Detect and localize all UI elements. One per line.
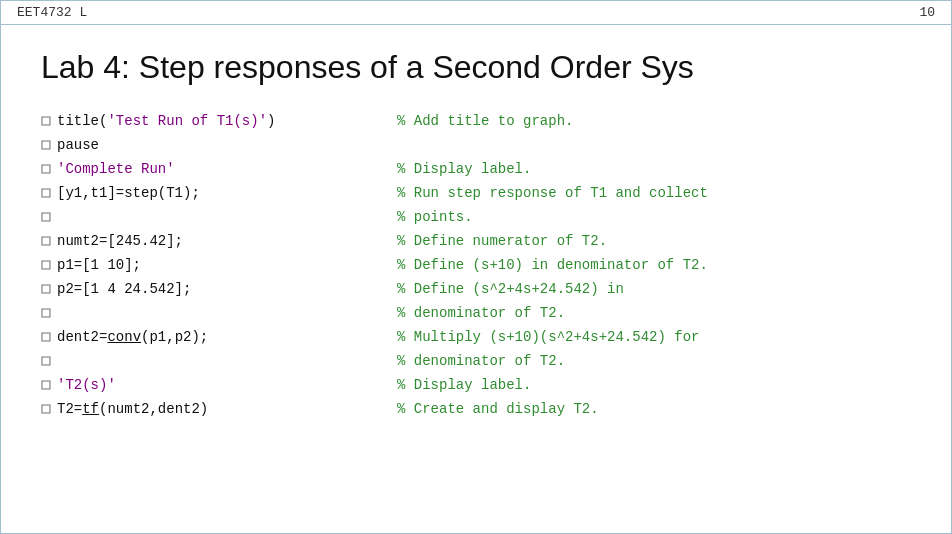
comment: % Display label. [397, 374, 531, 398]
cell-marker [41, 398, 53, 420]
svg-rect-8 [42, 309, 50, 317]
svg-rect-2 [42, 165, 50, 173]
code-line: [y1,t1]=step(T1); % Run step response of… [41, 182, 911, 206]
comment: % Display label. [397, 158, 531, 182]
document-title: EET4732 L [17, 5, 87, 20]
svg-rect-10 [42, 357, 50, 365]
cell-marker [41, 374, 53, 396]
svg-rect-11 [42, 381, 50, 389]
cell-marker [41, 254, 53, 276]
svg-rect-4 [42, 213, 50, 221]
cell-marker [41, 206, 53, 228]
lab-title: Lab 4: Step responses of a Second Order … [41, 49, 911, 86]
code-left: 'Complete Run' [57, 158, 397, 182]
comment: % points. [397, 206, 473, 230]
code-left: numt2=[245.42]; [57, 230, 397, 254]
cell-marker [41, 302, 53, 324]
code-line: 'Complete Run' % Display label. [41, 158, 911, 182]
cell-marker [41, 182, 53, 204]
comment: % Define (s+10) in denominator of T2. [397, 254, 708, 278]
svg-rect-12 [42, 405, 50, 413]
code-line: % points. [41, 206, 911, 230]
code-left: title('Test Run of T1(s)') [57, 110, 397, 134]
code-left: [y1,t1]=step(T1); [57, 182, 397, 206]
cell-marker [41, 230, 53, 252]
code-line: title('Test Run of T1(s)') % Add title t… [41, 110, 911, 134]
comment: % Run step response of T1 and collect [397, 182, 708, 206]
page-number: 10 [919, 5, 935, 20]
cell-marker [41, 278, 53, 300]
code-line: T2=tf(numt2,dent2) % Create and display … [41, 398, 911, 422]
comment: % denominator of T2. [397, 350, 565, 374]
cell-marker [41, 158, 53, 180]
svg-rect-5 [42, 237, 50, 245]
code-left: p2=[1 4 24.542]; [57, 278, 397, 302]
svg-rect-6 [42, 261, 50, 269]
code-line: p2=[1 4 24.542]; % Define (s^2+4s+24.542… [41, 278, 911, 302]
svg-rect-7 [42, 285, 50, 293]
comment: % Define (s^2+4s+24.542) in [397, 278, 624, 302]
code-line: p1=[1 10]; % Define (s+10) in denominato… [41, 254, 911, 278]
top-bar: EET4732 L 10 [1, 1, 951, 25]
code-left [57, 206, 397, 230]
svg-rect-3 [42, 189, 50, 197]
code-left: pause [57, 134, 397, 158]
code-line: dent2=conv(p1,p2); % Multiply (s+10)(s^2… [41, 326, 911, 350]
cell-marker [41, 350, 53, 372]
comment: % Define numerator of T2. [397, 230, 607, 254]
code-left: p1=[1 10]; [57, 254, 397, 278]
comment: % denominator of T2. [397, 302, 565, 326]
code-left: dent2=conv(p1,p2); [57, 326, 397, 350]
comment: % Multiply (s+10)(s^2+4s+24.542) for [397, 326, 699, 350]
code-left [57, 302, 397, 326]
code-line: pause [41, 134, 911, 158]
comment: % Create and display T2. [397, 398, 599, 422]
cell-marker [41, 134, 53, 156]
code-left: T2=tf(numt2,dent2) [57, 398, 397, 422]
content-area: Lab 4: Step responses of a Second Order … [1, 25, 951, 438]
code-line: numt2=[245.42]; % Define numerator of T2… [41, 230, 911, 254]
cell-marker [41, 110, 53, 132]
svg-rect-1 [42, 141, 50, 149]
comment: % Add title to graph. [397, 110, 573, 134]
code-left [57, 350, 397, 374]
svg-rect-9 [42, 333, 50, 341]
code-line: % denominator of T2. [41, 302, 911, 326]
code-left: 'T2(s)' [57, 374, 397, 398]
code-block: title('Test Run of T1(s)') % Add title t… [41, 110, 911, 422]
cell-marker [41, 326, 53, 348]
svg-rect-0 [42, 117, 50, 125]
page-container: EET4732 L 10 Lab 4: Step responses of a … [0, 0, 952, 534]
code-line: % denominator of T2. [41, 350, 911, 374]
code-line: 'T2(s)' % Display label. [41, 374, 911, 398]
